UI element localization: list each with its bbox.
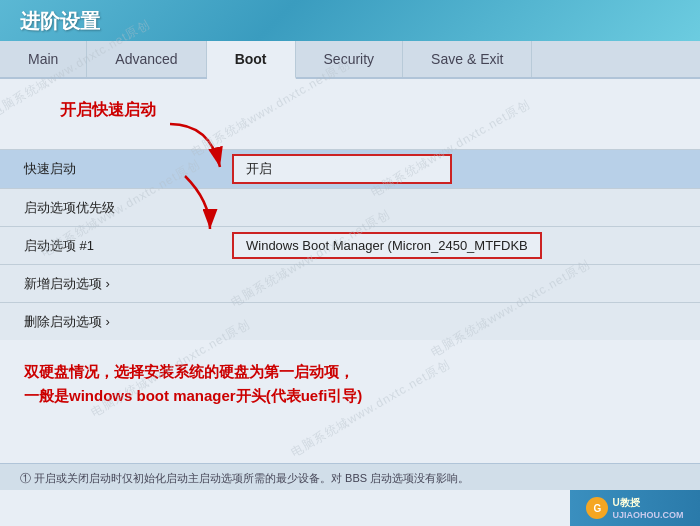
value-boot-option1: Windows Boot Manager (Micron_2450_MTFDKB xyxy=(220,228,700,263)
content-area: 开启快速启动 快速启动 开启 启动选项优 xyxy=(0,79,700,412)
row-boot-option1[interactable]: 启动选项 #1 Windows Boot Manager (Micron_245… xyxy=(0,226,700,264)
page-title: 进阶设置 xyxy=(20,8,100,35)
bios-window: 电脑系统城www.dnxtc.net原创 电脑系统城www.dnxtc.net原… xyxy=(0,0,700,526)
logo-url: UJIAOHOU.COM xyxy=(612,510,683,520)
row-boot-priority[interactable]: 启动选项优先级 xyxy=(0,188,700,226)
title-bar: 进阶设置 xyxy=(0,0,700,41)
bottom-annotation: 双硬盘情况，选择安装系统的硬盘为第一启动项， 一般是windows boot m… xyxy=(0,350,700,412)
value-delete-boot xyxy=(220,318,700,326)
value-box-boot-option1: Windows Boot Manager (Micron_2450_MTFDKB xyxy=(232,232,542,259)
value-fast-boot: 开启 xyxy=(220,150,700,188)
tab-save-exit[interactable]: Save & Exit xyxy=(403,41,532,77)
tab-security[interactable]: Security xyxy=(296,41,404,77)
annotation1-area: 开启快速启动 xyxy=(0,91,700,125)
arrow2-svg xyxy=(155,171,235,241)
annotation1-text: 开启快速启动 xyxy=(60,101,156,118)
value-boot-priority xyxy=(220,204,700,212)
logo-badge: G U教授 UJIAOHOU.COM xyxy=(570,490,700,526)
label-add-boot: 新增启动选项 › xyxy=(0,267,220,301)
footer-info: ① 开启或关闭启动时仅初始化启动主启动选项所需的最少设备。对 BBS 启动选项没… xyxy=(0,463,700,490)
value-box-fast-boot: 开启 xyxy=(232,154,452,184)
logo-text-group: U教授 UJIAOHOU.COM xyxy=(612,496,683,520)
tab-boot[interactable]: Boot xyxy=(207,41,296,79)
logo-label1: U教授 xyxy=(612,496,639,510)
tab-main[interactable]: Main xyxy=(0,41,87,77)
logo-icon: G xyxy=(586,497,608,519)
label-delete-boot: 删除启动选项 › xyxy=(0,305,220,339)
value-add-boot xyxy=(220,280,700,288)
settings-list: 快速启动 开启 启动选项优先级 xyxy=(0,149,700,340)
row-add-boot[interactable]: 新增启动选项 › xyxy=(0,264,700,302)
annotation2-line2: 一般是windows boot manager开头(代表uefi引导) xyxy=(24,384,676,408)
tab-advanced[interactable]: Advanced xyxy=(87,41,206,77)
row3-container: 启动选项 #1 Windows Boot Manager (Micron_245… xyxy=(0,226,700,264)
row-fast-boot[interactable]: 快速启动 开启 xyxy=(0,149,700,188)
row-delete-boot[interactable]: 删除启动选项 › xyxy=(0,302,700,340)
annotation2-line1: 双硬盘情况，选择安装系统的硬盘为第一启动项， xyxy=(24,360,676,384)
arrow1-svg xyxy=(150,119,240,179)
nav-tabs: Main Advanced Boot Security Save & Exit xyxy=(0,41,700,79)
footer-text: ① 开启或关闭启动时仅初始化启动主启动选项所需的最少设备。对 BBS 启动选项没… xyxy=(20,472,469,484)
